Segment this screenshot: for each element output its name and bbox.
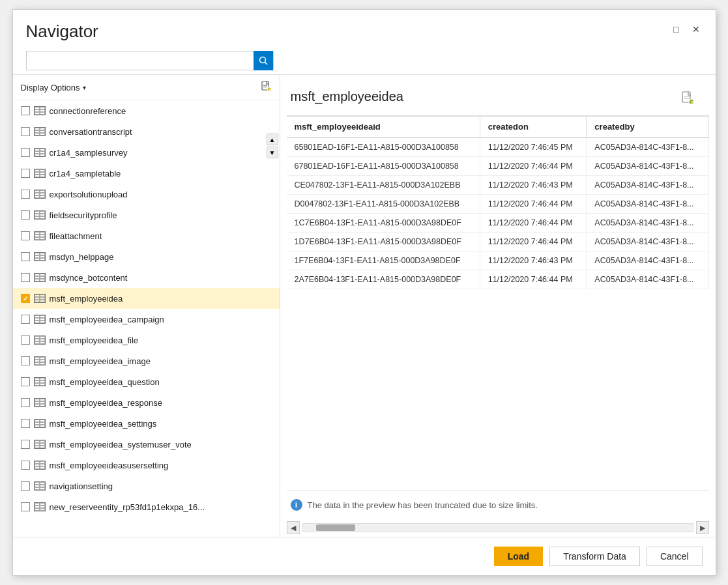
nav-item[interactable]: msft_employeeidea — [13, 288, 280, 309]
table-cell: AC05AD3A-814C-43F1-8... — [587, 137, 708, 157]
nav-item[interactable]: exportsolutionupload — [13, 184, 280, 205]
load-button[interactable]: Load — [494, 547, 543, 566]
nav-item-label: exportsolutionupload — [50, 190, 274, 199]
nav-item-label: new_reserveentity_rp53fd1p1ekxpa_16... — [50, 502, 274, 512]
scroll-up-arrow[interactable]: ▲ — [267, 134, 278, 145]
nav-item-checkbox[interactable] — [21, 252, 30, 261]
cancel-button[interactable]: Cancel — [647, 547, 703, 566]
table-cell: 65801EAD-16F1-EA11-A815-000D3A100858 — [287, 137, 480, 157]
table-icon — [34, 398, 46, 407]
nav-item[interactable]: msft_employeeidea_image — [13, 350, 280, 371]
nav-item[interactable]: new_reserveentity_rp53fd1p1ekxpa_16... — [13, 496, 280, 517]
table-cell: AC05AD3A-814C-43F1-8... — [587, 214, 708, 233]
nav-item[interactable]: cr1a4_samplesurvey — [13, 142, 280, 163]
nav-item[interactable]: msft_employeeidea_file — [13, 330, 280, 350]
table-icon — [34, 127, 46, 136]
table-icon — [34, 210, 46, 220]
nav-item-checkbox[interactable] — [21, 148, 30, 157]
preview-file-icon[interactable]: ⟳ — [670, 83, 705, 110]
nav-item[interactable]: msft_employeeidea_question — [13, 371, 280, 392]
table-cell: 11/12/2020 7:46:43 PM — [480, 176, 587, 195]
nav-item-checkbox[interactable] — [21, 315, 30, 324]
nav-item-checkbox[interactable] — [21, 440, 30, 449]
nav-item-checkbox[interactable] — [21, 210, 30, 220]
svg-text:↻: ↻ — [269, 88, 271, 92]
table-header: msft_employeeideaidcreatedoncreatedby — [287, 117, 709, 137]
nav-item[interactable]: msft_employeeidea_settings — [13, 413, 280, 434]
nav-item[interactable]: navigationsetting — [13, 476, 280, 496]
table-cell: 11/12/2020 7:46:43 PM — [480, 251, 587, 270]
truncation-notice: i The data in the preview has been trunc… — [280, 491, 716, 519]
nav-item-checkbox[interactable] — [21, 294, 30, 303]
scroll-down-arrow[interactable]: ▼ — [267, 147, 278, 158]
table-cell: 67801EAD-16F1-EA11-A815-000D3A100858 — [287, 157, 480, 176]
nav-item[interactable]: msft_employeeidea_systemuser_vote — [13, 434, 280, 455]
search-button[interactable] — [254, 51, 273, 70]
table-icon — [34, 502, 46, 511]
scroll-right-arrow[interactable]: ▶ — [696, 521, 709, 534]
footer: Load Transform Data Cancel — [13, 537, 716, 575]
nav-item-checkbox[interactable] — [21, 377, 30, 386]
nav-item[interactable]: msft_employeeidea_campaign — [13, 309, 280, 330]
scrollbar-thumb[interactable] — [316, 524, 355, 531]
nav-item-label: cr1a4_samplesurvey — [50, 148, 274, 158]
nav-item-checkbox[interactable] — [21, 106, 30, 115]
nav-item-checkbox[interactable] — [21, 190, 30, 199]
nav-item-checkbox[interactable] — [21, 169, 30, 178]
nav-item-checkbox[interactable] — [21, 231, 30, 240]
preview-title: msft_employeeidea — [291, 89, 403, 104]
chevron-down-icon: ▾ — [83, 84, 86, 91]
nav-item-checkbox[interactable] — [21, 335, 30, 345]
table-icon — [34, 169, 46, 178]
nav-item[interactable]: fieldsecurityprofile — [13, 205, 280, 225]
display-options-label: Display Options — [21, 83, 80, 93]
nav-item-checkbox[interactable] — [21, 481, 30, 491]
table-cell: 11/12/2020 7:46:44 PM — [480, 233, 587, 251]
minimize-icon[interactable]: □ — [670, 23, 683, 36]
display-options-button[interactable]: Display Options ▾ — [21, 83, 86, 93]
table-cell: AC05AD3A-814C-43F1-8... — [587, 176, 708, 195]
table-cell: 11/12/2020 7:46:45 PM — [480, 137, 587, 157]
nav-item-label: conversationtranscript — [50, 127, 274, 137]
table-row: 2A7E6B04-13F1-EA11-A815-000D3A98DE0F11/1… — [287, 270, 709, 289]
display-options-row: Display Options ▾ ↻ — [13, 75, 280, 100]
nav-item[interactable]: fileattachment — [13, 225, 280, 246]
search-input[interactable] — [27, 51, 254, 70]
nav-item[interactable]: cr1a4_sampletable — [13, 163, 280, 184]
transform-data-button[interactable]: Transform Data — [549, 547, 640, 566]
navigator-dialog: Navigator □ ✕ Display Options ▾ — [12, 9, 716, 576]
table-cell: 1D7E6B04-13F1-EA11-A815-000D3A98DE0F — [287, 233, 480, 251]
nav-item[interactable]: msdynce_botcontent — [13, 267, 280, 288]
nav-item[interactable]: conversationtranscript — [13, 121, 280, 142]
nav-item-label: msft_employeeidea_campaign — [50, 315, 274, 324]
nav-item-label: cr1a4_sampletable — [50, 169, 274, 178]
nav-item-checkbox[interactable] — [21, 461, 30, 470]
nav-item-checkbox[interactable] — [21, 356, 30, 365]
table-icon — [34, 294, 46, 303]
nav-item-checkbox[interactable] — [21, 398, 30, 407]
nav-item-label: msft_employeeideasusersetting — [50, 461, 274, 470]
nav-item-label: msdyn_helppage — [50, 252, 274, 262]
table-icon — [34, 106, 46, 115]
nav-item-checkbox[interactable] — [21, 502, 30, 511]
nav-item-label: msft_employeeidea_file — [50, 335, 274, 345]
file-icon-button[interactable]: ↻ — [260, 80, 272, 94]
scroll-left-arrow[interactable]: ◀ — [287, 521, 300, 534]
nav-item[interactable]: msft_employeeideasusersetting — [13, 455, 280, 476]
search-row — [13, 47, 716, 74]
nav-item[interactable]: msdyn_helppage — [13, 246, 280, 267]
close-icon[interactable]: ✕ — [690, 23, 703, 36]
table-cell: 2A7E6B04-13F1-EA11-A815-000D3A98DE0F — [287, 270, 480, 289]
table-icon — [34, 461, 46, 470]
table-row: 1F7E6B04-13F1-EA11-A815-000D3A98DE0F11/1… — [287, 251, 709, 270]
nav-item-checkbox[interactable] — [21, 273, 30, 282]
nav-item-label: msft_employeeidea_image — [50, 356, 274, 366]
nav-list: connectionreferenceconversationtranscrip… — [13, 100, 280, 537]
nav-item-checkbox[interactable] — [21, 419, 30, 428]
nav-item[interactable]: connectionreference — [13, 100, 280, 121]
nav-item[interactable]: msft_employeeidea_response — [13, 392, 280, 413]
scrollbar-track[interactable] — [302, 523, 693, 532]
nav-item-checkbox[interactable] — [21, 127, 30, 136]
table-cell: AC05AD3A-814C-43F1-8... — [587, 195, 708, 214]
title-bar: Navigator □ ✕ — [13, 10, 716, 47]
